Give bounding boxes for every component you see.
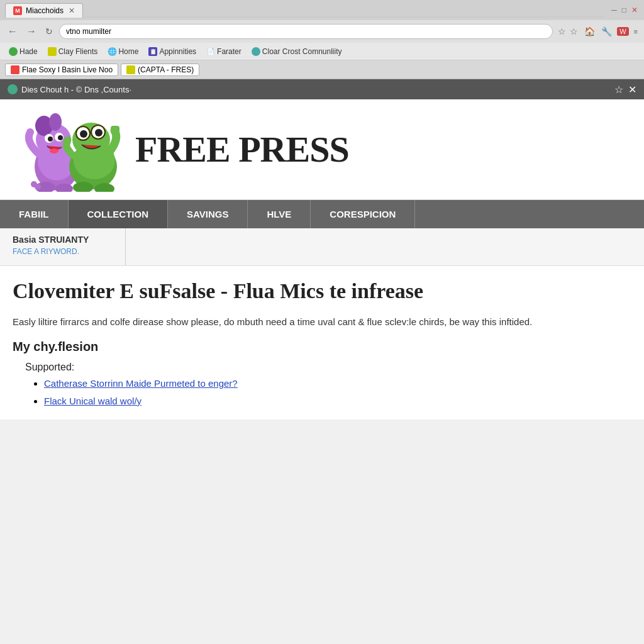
info-title: Dies Chout h - © Dns ,Counts· <box>21 85 131 94</box>
mascots-container <box>13 107 129 192</box>
minimize-button[interactable]: ─ <box>610 4 618 16</box>
bookmark-cloar-icon <box>252 47 260 56</box>
bookmark-home-icon: 🌐 <box>108 47 116 56</box>
panel-tab-1-label: Flae Soxy I Basin Live Noo <box>22 65 113 74</box>
bookmark-app-label: Appinnities <box>159 47 196 56</box>
panel-tab-1[interactable]: Flae Soxy I Basin Live Noo <box>5 64 118 76</box>
bookmark-cloar-label: Cloar Crost Comnunliity <box>262 47 342 56</box>
article-body: Easly liltire firrarcs and colfe direase… <box>13 314 631 330</box>
browser-frame: M Miacchoids ✕ ─ □ ✕ ← → ↻ ☆ ☆ 🏠 🔧 W ≡ H… <box>0 0 644 99</box>
article-content: Clovemiter E suFsalse - Flua Mics te inf… <box>0 266 644 419</box>
info-close-button[interactable]: ✕ <box>628 84 636 96</box>
info-bar-left: Dies Chout h - © Dns ,Counts· <box>8 84 131 94</box>
bookmark-appinnities[interactable]: 📋 Appinnities <box>145 46 200 57</box>
panel-tab-2-icon <box>126 65 135 74</box>
bookmark-hade-label: Hade <box>19 47 38 56</box>
browser-tab[interactable]: M Miacchoids ✕ <box>5 3 83 18</box>
svg-rect-24 <box>111 126 119 133</box>
bookmark-hade[interactable]: Hade <box>5 46 42 57</box>
svg-point-7 <box>48 136 53 142</box>
panel-tab-1-icon <box>11 65 19 74</box>
home-button[interactable]: 🏠 <box>583 25 596 38</box>
nav-item-fabiil[interactable]: FABIIL <box>0 200 69 228</box>
sub-nav-right <box>126 228 644 265</box>
forward-button[interactable]: → <box>24 25 39 38</box>
website-content: FREE PRESS FABIIL COLLECTION SAVINGS HLV… <box>0 99 644 419</box>
bookmark-far-icon: 📄 <box>206 47 215 56</box>
info-bar: Dies Chout h - © Dns ,Counts· ☆ ✕ <box>0 79 644 99</box>
panel-tab-2-label: (CAPTA - FRES) <box>138 65 194 74</box>
nav-item-hlve[interactable]: HLVE <box>248 200 311 228</box>
url-input[interactable] <box>59 24 553 39</box>
nav-item-savings[interactable]: SAVINGS <box>168 200 248 228</box>
link-1[interactable]: Catherase Storrinn Maide Purmeted to eng… <box>44 378 238 389</box>
back-button[interactable]: ← <box>5 25 20 38</box>
address-bar: ← → ↻ ☆ ☆ 🏠 🔧 W ≡ <box>0 20 644 43</box>
bookmark-farater[interactable]: 📄 Farater <box>203 46 245 57</box>
bookmark-clay-label: Clay Flients <box>58 47 98 56</box>
profile-button[interactable]: W <box>617 27 628 36</box>
bookmark-clay-icon <box>48 47 57 56</box>
tab-favicon: M <box>13 6 22 15</box>
bookmark-clay-flients[interactable]: Clay Flients <box>44 46 102 57</box>
mascots-svg <box>13 107 129 192</box>
bookmarks-bar: Hade Clay Flients 🌐 Home 📋 Appinnities 📄… <box>0 43 644 60</box>
bookmark-app-icon: 📋 <box>148 47 157 56</box>
article-title: Clovemiter E suFsalse - Flua Mics te inf… <box>13 279 631 304</box>
bookmark-star2-button[interactable]: ☆ <box>569 25 579 38</box>
nav-item-corespicion[interactable]: CORESPICION <box>311 200 415 228</box>
link-list: Catherase Storrinn Maide Purmeted to eng… <box>44 378 631 407</box>
bookmark-far-label: Farater <box>217 47 242 56</box>
bookmark-hade-icon <box>9 47 18 56</box>
tab-title: Miacchoids <box>26 6 64 15</box>
bookmark-cloar[interactable]: Cloar Crost Comnunliity <box>248 46 346 57</box>
sub-nav-subtitle: FACE A RIYWORD. <box>13 247 113 256</box>
site-title: FREE PRESS <box>135 128 349 170</box>
close-button[interactable]: ✕ <box>630 4 639 16</box>
bookmark-star-button[interactable]: ☆ <box>557 25 567 38</box>
section-title: My chy.flesion <box>13 340 631 354</box>
site-header: FREE PRESS <box>0 99 644 200</box>
panel-tab-2[interactable]: (CAPTA - FRES) <box>121 64 199 76</box>
svg-point-8 <box>58 135 63 140</box>
list-item-2: Flack Unical wald wol/y <box>44 396 631 407</box>
menu-button[interactable]: ≡ <box>633 26 639 36</box>
svg-point-20 <box>95 129 103 136</box>
svg-point-9 <box>50 148 58 153</box>
site-navigation: FABIIL COLLECTION SAVINGS HLVE CORESPICI… <box>0 200 644 228</box>
info-bar-right: ☆ ✕ <box>614 84 636 96</box>
list-item-1: Catherase Storrinn Maide Purmeted to eng… <box>44 378 631 389</box>
refresh-button[interactable]: ↻ <box>43 25 55 38</box>
sub-nav-title: Basia STRUIANTY <box>13 235 113 245</box>
svg-line-23 <box>90 133 91 133</box>
info-star-button[interactable]: ☆ <box>614 84 623 96</box>
bookmark-home[interactable]: 🌐 Home <box>104 46 142 57</box>
svg-point-13 <box>31 181 37 187</box>
sub-navigation: Basia STRUIANTY FACE A RIYWORD. <box>0 228 644 266</box>
svg-point-19 <box>80 130 87 138</box>
nav-item-collection[interactable]: COLLECTION <box>69 200 169 228</box>
svg-point-4 <box>49 113 62 131</box>
extensions-button[interactable]: 🔧 <box>600 25 613 38</box>
maximize-button[interactable]: □ <box>621 4 628 16</box>
tab-close-button[interactable]: ✕ <box>69 6 75 15</box>
panel-bar: Flae Soxy I Basin Live Noo (CAPTA - FRES… <box>0 60 644 79</box>
bookmark-home-label: Home <box>118 47 138 56</box>
supported-label: Supported: <box>25 362 631 373</box>
sub-nav-left: Basia STRUIANTY FACE A RIYWORD. <box>0 228 126 265</box>
title-bar: M Miacchoids ✕ ─ □ ✕ <box>0 0 644 20</box>
link-2[interactable]: Flack Unical wald wol/y <box>44 396 142 406</box>
info-favicon <box>8 84 18 94</box>
